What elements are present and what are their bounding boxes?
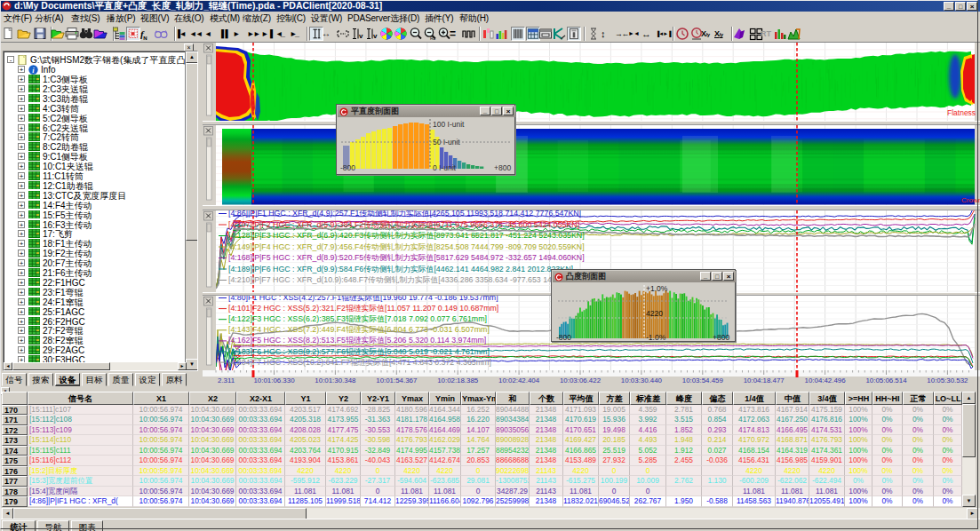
svg-text:0 I-unit: 0 I-unit	[433, 163, 457, 172]
svg-text:+1.0%: +1.0%	[646, 284, 668, 293]
svg-text:+800: +800	[494, 163, 511, 172]
svg-text:v: v	[359, 32, 363, 40]
svg-text:[4:162]F5 HGC : XSS(8.2):513.F: [4:162]F5 HGC : XSS(8.2):513.F5辊缝实际值[5.2…	[228, 336, 486, 345]
svg-text:100 I-unit: 100 I-unit	[433, 120, 465, 129]
svg-text:[4:128]|P|F3 HGC : XFR_d(6.9):: [4:128]|P|F3 HGC : XFR_d(6.9):420.F3传动侧轧…	[228, 231, 585, 240]
svg-text:10:01:54.367: 10:01:54.367	[376, 376, 417, 384]
svg-text:50 I-unit: 50 I-unit	[433, 138, 460, 147]
svg-text:10:02:42.404: 10:02:42.404	[498, 376, 540, 384]
svg-text:Flatness: Flatness	[947, 108, 976, 117]
svg-text:10:05:30.532: 10:05:30.532	[927, 376, 968, 384]
svg-text:10:04:18.477: 10:04:18.477	[744, 376, 785, 384]
svg-text:Crown: Crown	[961, 196, 980, 204]
svg-text:10:02:18.385: 10:02:18.385	[437, 376, 479, 384]
svg-text:[4:80]F1 HGC : XSS(4.2):257.F1: [4:80]F1 HGC : XSS(4.2):257.F1辊缝实际值[19.9…	[228, 296, 498, 302]
svg-text:v: v	[373, 32, 378, 40]
svg-text:[4:86]|P|F1 HGC : XFR_d(4.9):2: [4:86]|P|F1 HGC : XFR_d(4.9):257.F1传动侧轧制…	[228, 210, 581, 218]
svg-text:[4:183]F6 HGC : XSS(9.2):577.F: [4:183]F6 HGC : XSS(9.2):577.F6辊缝实际值[5.0…	[228, 347, 490, 356]
svg-text:[4:210]|P|F7 HGC : XFR_d(10.9): [4:210]|P|F7 HGC : XFR_d(10.9):648.F7传动侧…	[228, 275, 589, 284]
svg-text:[4:101]F2 HGC : XSS(5.2):321.F: [4:101]F2 HGC : XSS(5.2):321.F2辊缝实际值[11.…	[228, 304, 498, 313]
svg-text:[4:204]F7 HGC : XSS(10.2):641.: [4:204]F7 HGC : XSS(10.2):641.F7辊缝实际值[4.…	[228, 358, 491, 367]
svg-text:-1.0%: -1.0%	[646, 333, 666, 342]
svg-text:[4:149]|P|F4 HGC : XFR_d(7.9):: [4:149]|P|F4 HGC : XFR_d(7.9):456.F4传动侧轧…	[228, 242, 585, 251]
svg-text:10:01:30.348: 10:01:30.348	[315, 376, 356, 384]
svg-text:10:05:06.514: 10:05:06.514	[865, 376, 907, 384]
svg-text:-800: -800	[556, 333, 571, 342]
svg-text:[4:107]|P|F2 HGC : XFR_d(5.9):: [4:107]|P|F2 HGC : XFR_d(5.9):384.F2传动侧轧…	[228, 220, 579, 229]
svg-text:10:03:06.422: 10:03:06.422	[560, 376, 601, 384]
svg-text:-800: -800	[340, 163, 355, 172]
svg-text:4220: 4220	[646, 309, 663, 318]
svg-text:10:04:42.496: 10:04:42.496	[805, 376, 847, 384]
svg-text:10:03:30.440: 10:03:30.440	[621, 376, 663, 384]
svg-text:+800: +800	[713, 333, 729, 342]
svg-text:[4:189]|P|F6 HGC : XFR_d(9.9):: [4:189]|P|F6 HGC : XFR_d(9.9):584.F6传动侧轧…	[228, 265, 573, 273]
svg-text:10:03:54.459: 10:03:54.459	[682, 376, 724, 384]
svg-text:[4:143]F4 HGC : XSS(7.2):449.F: [4:143]F4 HGC : XSS(7.2):449.F4辊缝实际值[6.8…	[228, 325, 490, 334]
svg-text:[4:168]|P|F5 HGC : XFR_d(8.9):: [4:168]|P|F5 HGC : XFR_d(8.9):520.F5传动侧轧…	[228, 253, 585, 262]
svg-text:RL: RL	[430, 36, 436, 41]
svg-text:2.311: 2.311	[218, 376, 235, 384]
svg-text:10:01:06.330: 10:01:06.330	[253, 376, 295, 384]
svg-text:[4:122]F3 HGC : XSS(6.2):385.F: [4:122]F3 HGC : XSS(6.2):385.F3辊缝实际值[7.0…	[228, 314, 487, 323]
